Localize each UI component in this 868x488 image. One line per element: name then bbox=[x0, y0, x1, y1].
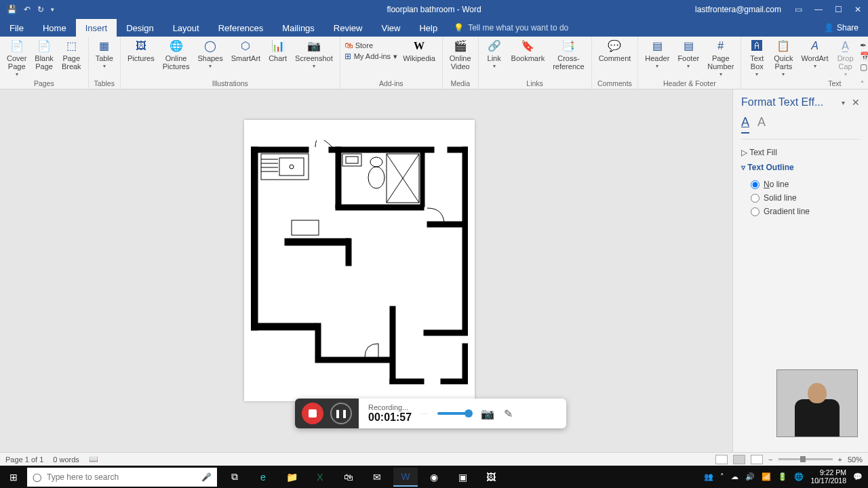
tab-review[interactable]: Review bbox=[324, 19, 372, 37]
qat-customize-icon[interactable]: ▾ bbox=[51, 6, 54, 13]
tab-view[interactable]: View bbox=[372, 19, 410, 37]
taskbar-search-input[interactable] bbox=[47, 472, 196, 482]
word-icon[interactable]: W bbox=[393, 468, 418, 487]
quickparts-button[interactable]: 📋Quick Parts▾ bbox=[771, 38, 795, 78]
zoom-out-button[interactable]: − bbox=[768, 455, 772, 464]
online-pictures-button[interactable]: 🌐Online Pictures bbox=[160, 38, 193, 70]
recorder-slider[interactable] bbox=[437, 412, 471, 415]
minimize-icon[interactable]: — bbox=[814, 5, 823, 14]
dropcap-button[interactable]: A̲Drop Cap▾ bbox=[834, 38, 857, 78]
textbox-button[interactable]: 🅰Text Box▾ bbox=[745, 38, 768, 78]
tab-insert[interactable]: Insert bbox=[76, 19, 117, 37]
word-count[interactable]: 0 words bbox=[53, 455, 79, 464]
table-button[interactable]: ▦Table▾ bbox=[93, 38, 116, 70]
object-button[interactable]: ▢Object ▾ bbox=[860, 62, 868, 72]
solid-line-radio[interactable] bbox=[751, 194, 760, 203]
print-layout-button[interactable] bbox=[733, 455, 745, 464]
file-explorer-icon[interactable]: 📁 bbox=[279, 468, 304, 487]
tab-help[interactable]: Help bbox=[410, 19, 447, 37]
store-button[interactable]: 🛍Store bbox=[344, 41, 397, 50]
onedrive-icon[interactable]: ☁ bbox=[731, 472, 738, 481]
cover-page-button[interactable]: 📄Cover Page▾ bbox=[4, 38, 29, 78]
stop-record-button[interactable] bbox=[302, 403, 323, 424]
zoom-level[interactable]: 50% bbox=[848, 455, 863, 464]
mic-icon[interactable]: 🎤 bbox=[201, 472, 212, 482]
bookmark-button[interactable]: 🔖Bookmark bbox=[509, 38, 548, 62]
account-email[interactable]: lastfrontera@gmail.com bbox=[695, 5, 781, 14]
mail-icon[interactable]: ✉ bbox=[365, 468, 389, 487]
tab-layout[interactable]: Layout bbox=[163, 19, 209, 37]
online-video-button[interactable]: 🎬Online Video bbox=[447, 38, 474, 70]
sidepane-menu-icon[interactable]: ▾ bbox=[842, 99, 845, 106]
tab-design[interactable]: Design bbox=[117, 19, 163, 37]
signature-line-button[interactable]: ✒Signature Line ▾ bbox=[860, 41, 868, 50]
tray-chevron-icon[interactable]: ˄ bbox=[720, 472, 724, 481]
document-area[interactable] bbox=[0, 89, 732, 452]
people-icon[interactable]: 👥 bbox=[704, 472, 713, 481]
gradient-line-radio[interactable] bbox=[751, 207, 760, 216]
pictures-button[interactable]: 🖼Pictures bbox=[125, 38, 157, 62]
webcam-toggle-icon[interactable]: 📷 bbox=[481, 407, 494, 420]
save-icon[interactable]: 💾 bbox=[7, 5, 17, 14]
footer-button[interactable]: ▤Footer▾ bbox=[675, 38, 702, 70]
no-line-radio[interactable] bbox=[751, 180, 760, 189]
tab-file[interactable]: File bbox=[0, 19, 33, 37]
tab-mailings[interactable]: Mailings bbox=[273, 19, 324, 37]
screenshot-button[interactable]: 📷Screenshot▾ bbox=[292, 38, 336, 70]
read-mode-button[interactable] bbox=[715, 455, 728, 464]
language-icon[interactable]: 🌐 bbox=[794, 472, 804, 481]
text-outline-section[interactable]: ▿ Text Outline bbox=[741, 160, 860, 175]
date-time-button[interactable]: 📅Date & Time bbox=[860, 52, 868, 61]
header-button[interactable]: ▤Header▾ bbox=[642, 38, 672, 70]
network-icon[interactable]: 📶 bbox=[762, 472, 771, 481]
wordart-button[interactable]: AWordArt▾ bbox=[798, 38, 831, 70]
store-icon[interactable]: 🛍 bbox=[336, 468, 361, 487]
tell-me-search[interactable]: 💡 Tell me what you want to do bbox=[454, 19, 568, 37]
tab-home[interactable]: Home bbox=[33, 19, 76, 37]
text-fill-outline-tab-icon[interactable]: A bbox=[741, 115, 749, 134]
collapse-ribbon-icon[interactable]: ˄ bbox=[861, 80, 864, 87]
page-break-button[interactable]: ⬚Page Break bbox=[59, 38, 84, 70]
volume-icon[interactable]: 🔊 bbox=[745, 472, 755, 481]
share-button[interactable]: 👤 Share bbox=[814, 19, 868, 37]
chrome-icon[interactable]: ◉ bbox=[422, 468, 446, 487]
blank-page-button[interactable]: 📄Blank Page bbox=[32, 38, 56, 70]
proofing-icon[interactable]: 📖 bbox=[89, 455, 98, 464]
excel-icon[interactable]: X bbox=[308, 468, 332, 487]
clock[interactable]: 9:22 PM 10/17/2018 bbox=[810, 469, 846, 485]
text-fill-section[interactable]: ▷ Text Fill bbox=[741, 145, 860, 160]
web-layout-button[interactable] bbox=[751, 455, 763, 464]
wikipedia-button[interactable]: WWikipedia bbox=[400, 38, 438, 62]
zoom-in-button[interactable]: + bbox=[838, 455, 842, 464]
app-icon[interactable]: ▣ bbox=[450, 468, 475, 487]
page-indicator[interactable]: Page 1 of 1 bbox=[5, 455, 43, 464]
comment-button[interactable]: 💬Comment bbox=[596, 38, 634, 62]
edge-icon[interactable]: e bbox=[251, 468, 275, 487]
webcam-preview[interactable] bbox=[776, 369, 858, 437]
link-button[interactable]: 🔗Link▾ bbox=[483, 38, 506, 70]
screen-recorder-bar[interactable]: ❚❚ Recording... 00:01:57 ⋯ 📷 ✎ bbox=[295, 399, 566, 428]
text-effects-tab-icon[interactable]: A bbox=[757, 115, 766, 134]
annotate-icon[interactable]: ✎ bbox=[504, 407, 513, 420]
zoom-slider[interactable] bbox=[778, 458, 833, 460]
photos-icon[interactable]: 🖼 bbox=[479, 468, 503, 487]
chart-button[interactable]: 📊Chart bbox=[266, 38, 290, 62]
cross-reference-button[interactable]: 📑Cross- reference bbox=[550, 38, 587, 70]
smartart-button[interactable]: ⬡SmartArt bbox=[229, 38, 263, 62]
pause-record-button[interactable]: ❚❚ bbox=[330, 403, 352, 424]
page-number-button[interactable]: #Page Number▾ bbox=[705, 38, 736, 78]
battery-icon[interactable]: 🔋 bbox=[778, 472, 787, 481]
floorplan-drawing[interactable] bbox=[251, 140, 468, 384]
my-addins-button[interactable]: ⊞My Add-ins ▾ bbox=[344, 52, 397, 61]
taskbar-search[interactable]: ◯ 🎤 bbox=[27, 468, 217, 487]
undo-icon[interactable]: ↶ bbox=[24, 5, 31, 14]
redo-icon[interactable]: ↻ bbox=[37, 5, 44, 14]
task-view-icon[interactable]: ⧉ bbox=[222, 468, 247, 487]
shapes-button[interactable]: ◯Shapes▾ bbox=[195, 38, 225, 70]
tab-references[interactable]: References bbox=[209, 19, 273, 37]
ribbon-display-icon[interactable]: ▭ bbox=[795, 5, 802, 14]
sidepane-close-icon[interactable]: ✕ bbox=[852, 97, 860, 108]
maximize-icon[interactable]: ☐ bbox=[835, 5, 842, 14]
notifications-icon[interactable]: 💬 bbox=[853, 472, 863, 481]
start-button[interactable]: ⊞ bbox=[0, 472, 27, 483]
